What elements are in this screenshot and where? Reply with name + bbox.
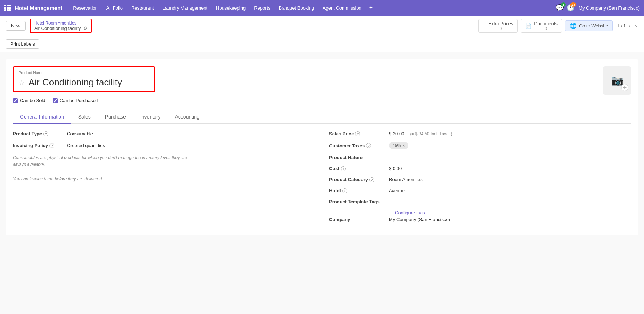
company-name: My Company (San Francisco): [579, 5, 640, 11]
nav-banquet[interactable]: Banquet Booking: [275, 3, 318, 13]
new-button[interactable]: New: [6, 21, 26, 31]
nav-laundry[interactable]: Laundry Management: [159, 3, 211, 13]
checkboxes: Can be Sold Can be Purchased: [13, 98, 631, 103]
consumable-note-2: You can invoice them before they are del…: [13, 176, 191, 183]
tab-sales[interactable]: Sales: [71, 110, 98, 124]
breadcrumb-parent[interactable]: Hotel Room Amenities: [34, 21, 88, 26]
svg-rect-3: [4, 7, 6, 9]
product-form: Product Name ☆ Air Conditioning facility…: [6, 59, 638, 235]
tab-content-general: Product Type ? Consumable Invoicing Poli…: [13, 131, 631, 228]
extra-prices-button[interactable]: ≡ Extra Prices 0: [478, 19, 518, 33]
invoicing-policy-label: Invoicing Policy ?: [13, 143, 63, 148]
gear-icon[interactable]: ⚙: [83, 26, 88, 31]
tab-purchase[interactable]: Purchase: [98, 110, 133, 124]
grid-icon[interactable]: [4, 5, 11, 11]
sales-price-value[interactable]: $ 30.00: [389, 131, 404, 136]
product-nature-row: Product Nature: [329, 155, 631, 160]
cost-help-icon[interactable]: ?: [341, 166, 346, 171]
nav-reports[interactable]: Reports: [250, 3, 274, 13]
cost-value[interactable]: $ 0.00: [389, 166, 402, 171]
hotel-row: Hotel ? Avenue: [329, 188, 631, 193]
configure-tags-link[interactable]: → Configure tags: [389, 210, 631, 215]
top-nav: Hotel Management Reservation All Folio R…: [0, 0, 644, 16]
nav-all-folio[interactable]: All Folio: [103, 3, 126, 13]
nav-plus[interactable]: +: [366, 3, 375, 12]
consumable-note-1: Consumables are physical products for wh…: [13, 155, 191, 168]
product-category-value[interactable]: Room Amenities: [389, 177, 423, 182]
nav-reservation[interactable]: Reservation: [69, 3, 101, 13]
header-actions: ≡ Extra Prices 0 📄 Documents 0 🌐 Go to W…: [478, 19, 613, 33]
cost-row: Cost ? $ 0.00: [329, 166, 631, 171]
svg-rect-5: [9, 7, 11, 9]
svg-rect-8: [9, 9, 11, 11]
right-column: Sales Price ? $ 30.00 (= $ 34.50 Incl. T…: [329, 131, 631, 228]
product-category-row: Product Category ? Room Amenities: [329, 177, 631, 182]
clock-badge: 13: [570, 2, 576, 7]
customer-taxes-help-icon[interactable]: ?: [366, 143, 371, 148]
clock-notification[interactable]: 🕐13: [566, 4, 574, 12]
company-row: Company My Company (San Francisco): [329, 217, 631, 222]
product-image-placeholder[interactable]: 📷 +: [603, 66, 631, 95]
prev-button[interactable]: ‹: [627, 22, 632, 30]
company-value: My Company (San Francisco): [389, 217, 450, 222]
svg-rect-2: [9, 5, 11, 6]
remove-tax-icon[interactable]: ×: [402, 143, 405, 148]
sales-price-label: Sales Price ?: [329, 131, 386, 136]
tab-accounting[interactable]: Accounting: [168, 110, 207, 124]
globe-icon: 🌐: [570, 22, 577, 29]
hotel-value[interactable]: Avenue: [389, 188, 405, 193]
hotel-label: Hotel ?: [329, 188, 386, 193]
add-image-icon[interactable]: +: [621, 84, 628, 91]
documents-label: Documents: [534, 21, 558, 26]
print-labels-button[interactable]: Print Labels: [6, 39, 39, 49]
svg-rect-7: [7, 9, 9, 11]
svg-rect-4: [7, 7, 9, 9]
product-type-value[interactable]: Consumable: [67, 131, 93, 136]
product-type-label: Product Type ?: [13, 131, 63, 136]
product-name-label: Product Name: [19, 70, 149, 75]
nav-agent[interactable]: Agent Commission: [319, 3, 365, 13]
invoicing-policy-row: Invoicing Policy ? Ordered quantities: [13, 143, 315, 148]
product-category-help-icon[interactable]: ?: [369, 177, 374, 182]
camera-icon: 📷: [611, 75, 623, 87]
incl-taxes-text: (= $ 34.50 Incl. Taxes): [410, 131, 452, 136]
product-name-value[interactable]: Air Conditioning facility: [28, 77, 122, 88]
documents-button[interactable]: 📄 Documents 0: [521, 19, 562, 33]
nav-restaurant[interactable]: Restaurant: [128, 3, 158, 13]
next-button[interactable]: ›: [634, 22, 638, 30]
tab-bar: General Information Sales Purchase Inven…: [13, 110, 631, 124]
document-icon: 📄: [525, 23, 532, 29]
product-name-field: Product Name ☆ Air Conditioning facility: [13, 66, 155, 92]
invoicing-policy-help-icon[interactable]: ?: [49, 143, 54, 148]
product-type-help-icon[interactable]: ?: [43, 131, 48, 136]
main-content: Product Name ☆ Air Conditioning facility…: [0, 52, 644, 314]
extra-prices-label: Extra Prices: [488, 21, 513, 26]
product-category-label: Product Category ?: [329, 177, 386, 182]
tab-general-information[interactable]: General Information: [13, 110, 71, 124]
hotel-help-icon[interactable]: ?: [342, 188, 347, 193]
product-template-tags-row: Product Template Tags: [329, 199, 631, 204]
product-nature-label: Product Nature: [329, 155, 386, 160]
notifications: 💬6 🕐13: [556, 4, 574, 12]
svg-rect-1: [7, 5, 9, 6]
can-be-sold-checkbox[interactable]: Can be Sold: [13, 98, 46, 103]
pagination: 1 / 1 ‹ ›: [617, 22, 638, 30]
product-name-section: Product Name ☆ Air Conditioning facility: [13, 66, 631, 92]
tab-inventory[interactable]: Inventory: [133, 110, 168, 124]
breadcrumb: Hotel Room Amenities Air Conditioning fa…: [30, 19, 92, 33]
can-be-purchased-checkbox[interactable]: Can be Purchased: [53, 98, 98, 103]
sales-price-help-icon[interactable]: ?: [355, 131, 360, 136]
extra-prices-count: 0: [488, 26, 513, 31]
message-notification[interactable]: 💬6: [556, 4, 564, 12]
company-label: Company: [329, 217, 386, 222]
invoicing-policy-value[interactable]: Ordered quantities: [67, 143, 105, 148]
go-website-button[interactable]: 🌐 Go to Website: [565, 20, 613, 31]
left-column: Product Type ? Consumable Invoicing Poli…: [13, 131, 315, 228]
tax-badge-value: 15%: [392, 143, 401, 148]
nav-housekeeping[interactable]: Housekeeping: [212, 3, 249, 13]
arrow-right-icon: →: [389, 210, 394, 215]
favorite-star-icon[interactable]: ☆: [19, 78, 25, 87]
sales-price-row: Sales Price ? $ 30.00 (= $ 34.50 Incl. T…: [329, 131, 631, 136]
customer-taxes-row: Customer Taxes ? 15% ×: [329, 142, 631, 149]
sub-header: Print Labels: [0, 36, 644, 52]
